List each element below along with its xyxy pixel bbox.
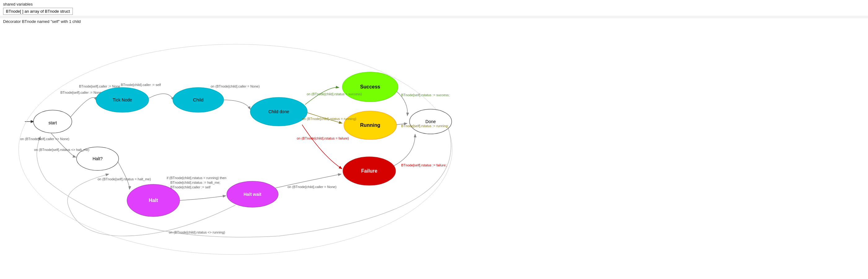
node-halt-wait-label: Halt wait <box>244 192 261 197</box>
shared-vars-label: shared variables <box>3 2 865 6</box>
node-success-label: Success <box>360 84 380 90</box>
node-failure-label: Failure <box>361 168 378 174</box>
node-tick-node-label: Tick Node <box>113 98 132 102</box>
label-child-rstatus-success: on (BTnode[child].rstatus = success) <box>307 92 362 96</box>
label-self-rstatus-halt: on (BTnode[self].rstatus = halt_me) <box>98 177 151 181</box>
label-child-rstatus-not-running: on (BTnode[child].rstatus <> running) <box>169 231 225 234</box>
diagram-svg: BTnode[self].caller := None <box>0 26 868 267</box>
shared-vars-box: BTnode[ ] an array of BTnode struct <box>3 8 73 15</box>
label-halt-action-3: BTnode[child].caller := self <box>170 185 211 189</box>
label-halt-action-1: if (BTnode[child].rstatus = running) the… <box>167 176 226 180</box>
node-halt-q-label: Halt? <box>93 156 103 161</box>
header: shared variables BTnode[ ] an array of B… <box>0 0 868 25</box>
label-self-caller-not-none: on (BTnode[self].caller <> None) <box>20 137 69 141</box>
node-done-label: Done <box>425 119 436 124</box>
label-child-caller-none-top: on (BTnode[child].caller = None) <box>211 84 259 88</box>
label-child-rstatus-running: on (BTnode[child].rstatus = running) <box>302 117 356 120</box>
decorator-label: Décorator BTnode named "self" with 1 chi… <box>0 18 868 25</box>
label-child-caller-self: BTnode[child].caller := self <box>121 83 161 86</box>
label-self-rstatus-not-halt: on (BTnode[self].rstatus <> halt_me) <box>34 148 90 151</box>
node-child-label: Child <box>193 97 204 102</box>
label-child-rstatus-failure: on (BTnode[child].rstatus = failure) <box>297 136 349 140</box>
node-halt-label: Halt <box>149 198 158 203</box>
label-halt-action-2: BTnode[child].rstatus := halt_me; <box>170 181 220 184</box>
label-child-caller-none-bottom: on (BTnode[child].caller = None) <box>287 185 336 189</box>
label-self-caller-none: BTnode[self].caller := None <box>79 84 120 88</box>
label-self-rstatus-running: BTnode[self].rstatus := running; <box>401 124 448 128</box>
node-start-label: start <box>48 120 57 125</box>
label-btnode-self-caller-none: BTnode[self].caller := None <box>60 91 102 94</box>
node-running-label: Running <box>360 123 380 128</box>
label-self-rstatus-success: BTnode[self].rstatus := success; <box>401 93 450 97</box>
diagram-area: BTnode[self].caller := None <box>0 26 868 267</box>
label-self-rstatus-failure: BTnode[self].rstatus := failure; <box>401 163 446 167</box>
node-child-done-label: Child done <box>269 109 289 114</box>
